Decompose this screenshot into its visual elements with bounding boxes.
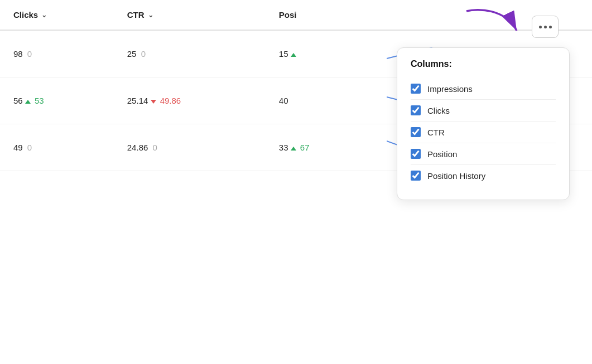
arrow-up-icon [25, 100, 31, 104]
chevron-down-icon: ⌄ [41, 11, 47, 19]
dots-icon [539, 26, 552, 28]
annotation-arrow [461, 6, 522, 47]
column-option-position[interactable]: Position [411, 143, 556, 165]
clicks-checkbox[interactable] [411, 105, 421, 115]
ctr-checkbox[interactable] [411, 127, 421, 137]
cell-ctr-3: 24.86 0 [114, 124, 266, 171]
cell-clicks-3: 49 0 [0, 124, 114, 171]
cell-pos-1: 15 [266, 30, 373, 77]
columns-dropdown: Columns: Impressions Clicks CTR Position… [397, 47, 570, 200]
col-ctr[interactable]: CTR ⌄ [114, 0, 266, 30]
position-checkbox[interactable] [411, 149, 421, 159]
ctr-label[interactable]: CTR [427, 128, 445, 137]
column-option-clicks[interactable]: Clicks [411, 100, 556, 122]
col-position: Posi [266, 0, 373, 30]
position-history-checkbox[interactable] [411, 171, 421, 181]
impressions-label[interactable]: Impressions [427, 84, 473, 94]
cell-pos-2: 40 [266, 77, 373, 124]
position-label[interactable]: Position [427, 149, 457, 159]
arrow-up-icon [291, 53, 296, 57]
column-option-position-history[interactable]: Position History [411, 165, 556, 186]
cell-clicks-2: 56 53 [0, 77, 114, 124]
panel-title: Columns: [411, 59, 556, 69]
cell-pos-3: 33 67 [266, 124, 373, 171]
column-option-impressions[interactable]: Impressions [411, 78, 556, 100]
arrow-down-icon [151, 100, 156, 104]
col-clicks[interactable]: Clicks ⌄ [0, 0, 114, 30]
chevron-down-icon: ⌄ [148, 11, 153, 19]
position-history-label[interactable]: Position History [427, 171, 485, 181]
clicks-label[interactable]: Clicks [427, 106, 450, 115]
cell-ctr-1: 25 0 [114, 30, 266, 77]
more-options-button[interactable] [532, 16, 559, 38]
column-option-ctr[interactable]: CTR [411, 122, 556, 143]
impressions-checkbox[interactable] [411, 84, 421, 94]
arrow-up-icon [291, 147, 296, 151]
cell-clicks-1: 98 0 [0, 30, 114, 77]
cell-ctr-2: 25.14 49.86 [114, 77, 266, 124]
